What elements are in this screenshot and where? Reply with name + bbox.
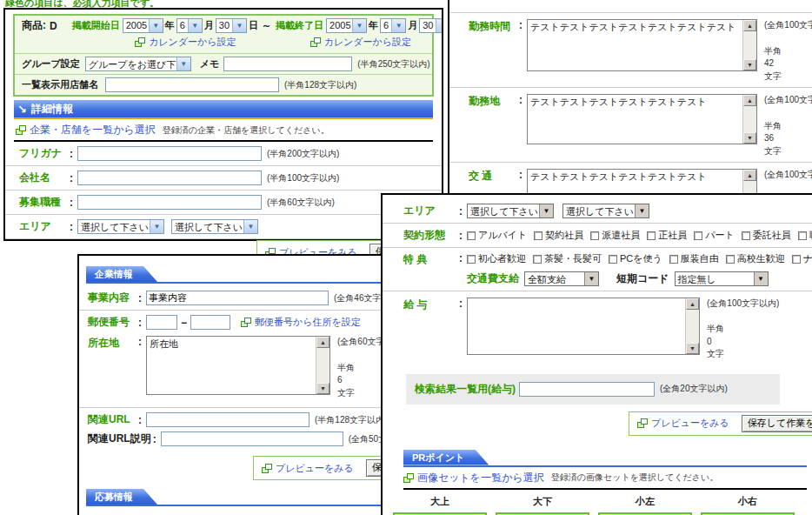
scrollbar[interactable]: ▲▼ xyxy=(685,298,699,354)
perk-checkbox[interactable]: 服装自由 xyxy=(669,252,719,265)
url-input[interactable] xyxy=(146,412,309,427)
calendar-set-link-end[interactable]: カレンダーから設定 xyxy=(324,36,412,49)
furigana-input[interactable] xyxy=(77,146,262,161)
start-year-select[interactable]: 2005▼ xyxy=(123,18,163,33)
checkbox-icon xyxy=(609,255,617,264)
scroll-down-icon[interactable]: ▼ xyxy=(743,132,756,144)
zip-input-1[interactable] xyxy=(146,315,177,330)
dropdown-arrow-icon: ▼ xyxy=(539,204,553,217)
detail-section-header: ↘ 詳細情報 xyxy=(14,100,433,119)
image-slot: 大上 未登録 xyxy=(393,492,487,515)
scroll-up-icon[interactable]: ▲ xyxy=(743,95,756,106)
shopname-input[interactable] xyxy=(105,77,279,92)
dropdown-arrow-icon: ▼ xyxy=(436,19,443,32)
fare-label: 交通費支給 xyxy=(467,271,519,286)
image-slot-label: 大上 xyxy=(393,492,487,512)
work-place-textarea[interactable]: テストテストテストテストテストテスト ▲▼ xyxy=(527,94,757,144)
url-desc-input[interactable] xyxy=(161,431,343,446)
salary-label: 給 与 xyxy=(403,298,457,312)
short-code-select[interactable]: 指定無し▼ xyxy=(675,271,769,286)
jobtype-label: 募集職種 xyxy=(19,195,68,210)
image-slot-box[interactable]: 未登録 xyxy=(496,512,589,515)
scroll-up-icon[interactable]: ▲ xyxy=(686,298,699,310)
perk-checkbox[interactable]: 茶髪・長髪可 xyxy=(533,252,602,265)
work-hours-textarea[interactable]: テストテストテストテストテストテストテスト ▲▼ xyxy=(527,19,757,71)
search-result-salary-input[interactable] xyxy=(519,382,655,397)
zip-to-address-link[interactable]: 郵便番号から住所を設定 xyxy=(255,316,361,329)
image-slot-label: 大下 xyxy=(496,492,589,512)
salary-area-select-2[interactable]: 選択して下さい▼ xyxy=(562,204,649,218)
jobtype-input[interactable] xyxy=(77,195,262,210)
panel-basic-detail: 商品: D 掲載開始日 2005▼ 年 6▼ 月 30▼ 日 ～ 掲載終了日 2… xyxy=(3,8,443,241)
scroll-down-icon[interactable]: ▼ xyxy=(743,59,756,70)
address-textarea[interactable]: 所在地 ▲▼ xyxy=(146,336,330,395)
memo-note: (半角250文字以内) xyxy=(357,58,429,70)
company-name-input[interactable] xyxy=(77,171,262,185)
panel-work-info: 勤務時間 : テストテストテストテストテストテストテスト ▲▼ (全角100文字… xyxy=(448,0,812,202)
search-result-salary-band: 検索結果一覧用(給与) (全角20文字以内) xyxy=(406,374,780,405)
checkbox-icon xyxy=(467,231,476,240)
scrollbar[interactable]: ▲▼ xyxy=(316,337,329,394)
transport-label: 交 通 xyxy=(469,169,517,184)
fare-select[interactable]: 全額支給▼ xyxy=(524,271,599,286)
contract-type-checkbox[interactable]: アルバイト xyxy=(467,229,527,242)
window-copy-icon xyxy=(310,37,321,47)
contract-type-checkbox[interactable]: 正社員 xyxy=(647,229,687,242)
zip-input-2[interactable] xyxy=(190,315,230,330)
checkbox-icon xyxy=(534,231,542,240)
scroll-up-icon[interactable]: ▲ xyxy=(743,170,756,181)
scroll-up-icon[interactable]: ▲ xyxy=(316,337,329,348)
scrollbar[interactable]: ▲▼ xyxy=(742,95,756,144)
perk-checkbox[interactable]: PCを使う xyxy=(609,252,662,265)
window-copy-icon xyxy=(403,473,414,483)
image-slot-box[interactable]: 未登録 xyxy=(598,512,692,515)
url-desc-label: 関連URL説明 xyxy=(88,431,151,446)
end-day-select[interactable]: 30▼ xyxy=(419,18,443,33)
checkbox-icon xyxy=(742,231,750,240)
scroll-down-icon[interactable]: ▼ xyxy=(316,383,329,394)
contract-type-checkbox[interactable]: 職業紹介 xyxy=(798,229,812,242)
window-copy-icon xyxy=(262,464,272,473)
contract-type-checkbox[interactable]: 派遣社員 xyxy=(590,229,640,242)
group-select[interactable]: グループをお選び下さい▼ xyxy=(85,57,191,71)
salary-meta: (全角100文字以内) 半角 0 文字 xyxy=(707,298,779,361)
pick-image-set-note: 登録済の画像セットを選択してください。 xyxy=(551,472,719,484)
memo-label: メモ xyxy=(200,57,220,70)
start-month-select[interactable]: 6▼ xyxy=(176,18,203,33)
dropdown-arrow-icon: ▼ xyxy=(188,19,202,32)
dropdown-arrow-icon: ▼ xyxy=(584,272,598,285)
calendar-set-link-start[interactable]: カレンダーから設定 xyxy=(149,36,236,49)
business-input[interactable] xyxy=(146,291,329,305)
preview-link[interactable]: プレビューをみる xyxy=(651,417,729,430)
perk-checkbox[interactable]: ナイトなお仕事 xyxy=(792,252,812,265)
image-slot-box[interactable]: 未登録 xyxy=(701,512,795,515)
scrollbar[interactable]: ▲▼ xyxy=(742,20,756,70)
image-slot-box[interactable]: 未登録 xyxy=(393,512,487,515)
perk-checkbox[interactable]: 初心者歓迎 xyxy=(467,252,526,265)
company-name-note: (半角100文字以内) xyxy=(267,172,339,184)
end-year-select[interactable]: 2005▼ xyxy=(326,18,367,33)
contract-type-checkbox[interactable]: パート xyxy=(694,229,735,242)
scroll-up-icon[interactable]: ▲ xyxy=(743,20,756,31)
salary-char-count: 0 xyxy=(707,336,779,349)
pick-image-set-link[interactable]: 画像セットを一覧から選択 xyxy=(417,471,544,485)
salary-textarea[interactable]: ▲▼ xyxy=(467,298,700,355)
contract-type-checkbox[interactable]: 契約社員 xyxy=(534,229,583,242)
end-date-label: 掲載終了日 xyxy=(276,19,323,32)
area-select-1[interactable]: 選択して下さい▼ xyxy=(77,219,164,234)
memo-input[interactable] xyxy=(223,57,352,71)
pick-company-link[interactable]: 企業・店舗を一覧から選択 xyxy=(30,123,156,137)
perk-checkbox[interactable]: 高校生歓迎 xyxy=(726,252,785,265)
area-select-2[interactable]: 選択して下さい▼ xyxy=(171,219,258,234)
scroll-down-icon[interactable]: ▼ xyxy=(686,343,699,354)
start-day-select[interactable]: 30▼ xyxy=(216,18,247,33)
furigana-label: フリガナ xyxy=(19,146,68,161)
save-continue-button[interactable]: 保存して作業を続ける xyxy=(742,415,812,432)
furigana-note: (半角200文字以内) xyxy=(267,148,339,160)
work-place-char-count: 36 xyxy=(764,132,812,145)
salary-area-select-1[interactable]: 選択して下さい▼ xyxy=(467,204,554,218)
preview-link[interactable]: プレビューをみる xyxy=(276,462,354,475)
contract-type-checkbox[interactable]: 委託社員 xyxy=(742,229,791,242)
end-month-select[interactable]: 6▼ xyxy=(380,18,406,33)
work-hours-label: 勤務時間 xyxy=(469,19,517,34)
